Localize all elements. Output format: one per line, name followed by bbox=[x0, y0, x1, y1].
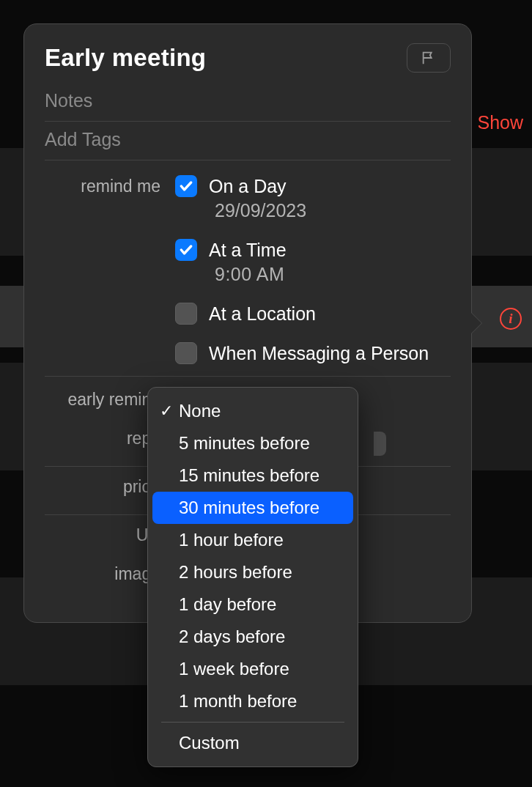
tags-field[interactable]: Add Tags bbox=[45, 122, 451, 160]
on-a-day-checkbox[interactable] bbox=[175, 175, 197, 197]
at-location-checkbox[interactable] bbox=[175, 303, 197, 325]
early-reminder-menu: None 5 minutes before 15 minutes before … bbox=[147, 387, 358, 767]
option-when-messaging: When Messaging a Person bbox=[175, 342, 451, 364]
menu-item-1-month[interactable]: 1 month before bbox=[152, 685, 353, 717]
option-at-location: At a Location bbox=[175, 303, 451, 325]
menu-item-15-min[interactable]: 15 minutes before bbox=[152, 459, 353, 492]
option-at-a-time: At a Time 9:00 AM bbox=[175, 239, 451, 285]
select-edge bbox=[374, 432, 386, 456]
menu-item-2-hr[interactable]: 2 hours before bbox=[152, 556, 353, 588]
on-a-day-value[interactable]: 29/09/2023 bbox=[215, 200, 451, 221]
menu-separator bbox=[161, 722, 344, 723]
menu-item-custom[interactable]: Custom bbox=[152, 727, 353, 759]
menu-item-1-week[interactable]: 1 week before bbox=[152, 653, 353, 685]
option-on-a-day: On a Day 29/09/2023 bbox=[175, 175, 451, 221]
menu-item-1-hr[interactable]: 1 hour before bbox=[152, 524, 353, 556]
at-a-time-value[interactable]: 9:00 AM bbox=[215, 264, 451, 285]
show-link[interactable]: Show bbox=[477, 112, 523, 133]
at-a-time-checkbox[interactable] bbox=[175, 239, 197, 261]
menu-item-none[interactable]: None bbox=[152, 395, 353, 427]
at-location-label: At a Location bbox=[209, 303, 316, 325]
flag-button[interactable] bbox=[407, 43, 451, 73]
reminder-title[interactable]: Early meeting bbox=[45, 44, 206, 72]
notes-field[interactable]: Notes bbox=[45, 83, 451, 122]
when-messaging-checkbox[interactable] bbox=[175, 342, 197, 364]
on-a-day-label: On a Day bbox=[209, 176, 287, 197]
check-icon bbox=[179, 243, 193, 257]
menu-item-2-day[interactable]: 2 days before bbox=[152, 621, 353, 653]
menu-item-5-min[interactable]: 5 minutes before bbox=[152, 427, 353, 459]
info-icon[interactable] bbox=[500, 308, 522, 330]
when-messaging-label: When Messaging a Person bbox=[209, 343, 429, 364]
check-icon bbox=[179, 179, 193, 193]
menu-item-30-min[interactable]: 30 minutes before bbox=[152, 492, 353, 524]
flag-icon bbox=[421, 50, 437, 66]
remind-me-label: remind me bbox=[45, 175, 175, 196]
at-a-time-label: At a Time bbox=[209, 240, 287, 261]
menu-item-1-day[interactable]: 1 day before bbox=[152, 588, 353, 621]
